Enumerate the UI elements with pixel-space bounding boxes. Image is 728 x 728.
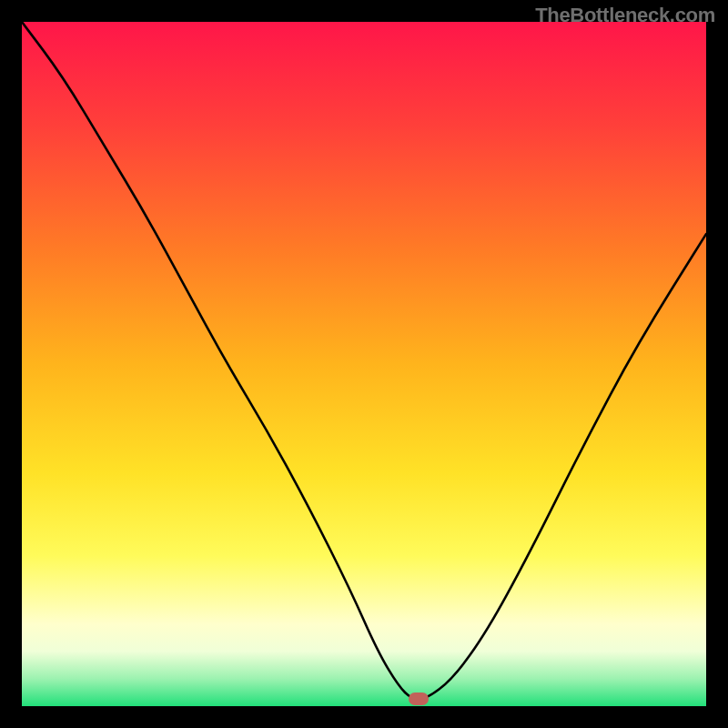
- curve-layer: [22, 22, 706, 706]
- chart-frame: TheBottleneck.com: [0, 0, 728, 728]
- bottleneck-curve: [22, 22, 706, 700]
- watermark-text: TheBottleneck.com: [535, 4, 715, 27]
- optimal-marker: [409, 693, 429, 705]
- plot-area: [22, 22, 706, 706]
